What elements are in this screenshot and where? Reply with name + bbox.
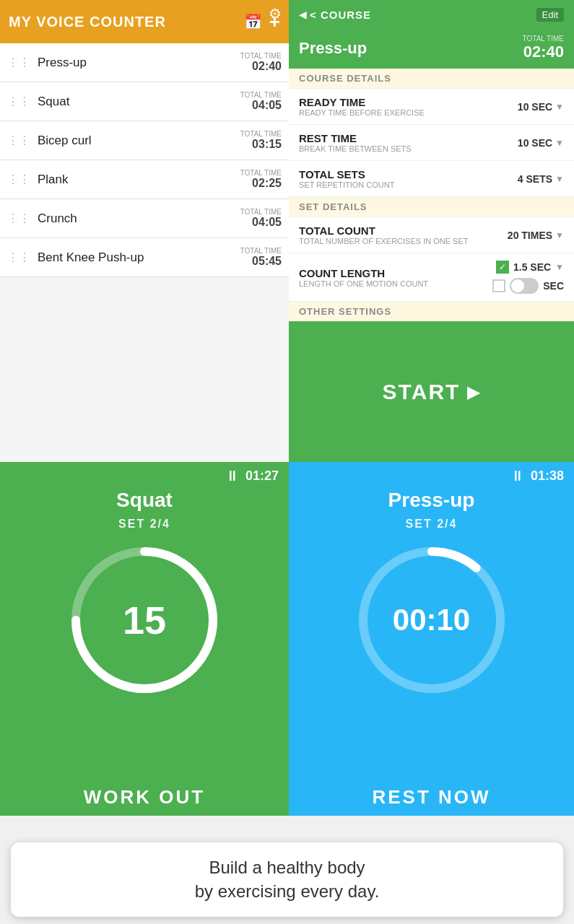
play-icon: ▶ [467, 382, 480, 402]
calendar-icon[interactable]: 📅 [244, 13, 262, 30]
right-exercise-name: Press-up [388, 489, 475, 512]
total-sets-subtitle: SET REPETITION COUNT [299, 180, 518, 189]
exercise-name: Crunch [38, 212, 240, 226]
exercise-name: Press-up [38, 56, 240, 70]
count-length-checkbox1[interactable]: ✓ [496, 261, 509, 274]
course-back-button[interactable]: ◀ < COURSE [299, 9, 371, 21]
drag-handle-icon: ⋮⋮ [7, 95, 30, 108]
exercise-total-label: TOTAL TIME [240, 247, 282, 255]
drag-handle-icon: ⋮⋮ [7, 173, 30, 186]
total-sets-chevron: ▼ [555, 174, 564, 184]
right-count-number: 00:10 [393, 603, 470, 637]
ready-time-row: READY TIME READY TIME BEFORE EXERCISE 10… [289, 89, 574, 125]
right-pause-button[interactable]: ⏸ [510, 468, 525, 484]
exercise-item[interactable]: ⋮⋮ Press-up TOTAL TIME 02:40 [0, 43, 289, 82]
rest-time-title: REST TIME [299, 132, 518, 144]
total-count-content: TOTAL COUNT TOTAL NUMBER OF EXERCISES IN… [299, 225, 508, 245]
start-button[interactable]: START ▶ [289, 321, 574, 462]
exercise-time: 02:25 [240, 177, 282, 190]
exercise-total-label: TOTAL TIME [240, 208, 282, 216]
exercise-time: 02:40 [240, 60, 282, 73]
total-sets-val-text: 4 SETS [518, 173, 552, 185]
exercise-item[interactable]: ⋮⋮ Bent Knee Push-up TOTAL TIME 05:45 [0, 238, 289, 277]
exercise-name: Bent Knee Push-up [38, 250, 240, 265]
ready-time-subtitle: READY TIME BEFORE EXERCISE [299, 108, 518, 117]
course-nav-header: ◀ < COURSE Edit [289, 0, 574, 29]
rest-time-value[interactable]: 10 SEC ▼ [518, 137, 564, 149]
exercise-detail-name: Press-up [299, 39, 367, 58]
total-count-row: TOTAL COUNT TOTAL NUMBER OF EXERCISES IN… [289, 217, 574, 253]
drag-handle-icon: ⋮⋮ [7, 56, 30, 69]
course-details-label: COURSE DETAILS [289, 69, 574, 89]
right-set-info: SET 2/4 [406, 518, 458, 531]
total-count-subtitle: TOTAL NUMBER OF EXERCISES IN ONE SET [299, 237, 508, 245]
left-countdown: 01:27 [245, 468, 279, 484]
total-count-value[interactable]: 20 TIMES ▼ [508, 230, 564, 241]
left-exercise-name: Squat [116, 489, 173, 512]
exercise-time-block: TOTAL TIME 02:25 [240, 169, 282, 190]
count-length-title: COUNT LENGTH [299, 267, 487, 279]
exercise-time: 05:45 [240, 255, 282, 268]
rest-time-content: REST TIME BREAK TIME BETWEEN SETS [299, 132, 518, 153]
left-panel: ⚙ MY VOICE COUNTER 📅 + ⋮⋮ Press-up TOTAL… [0, 0, 289, 462]
count-length-chevron1: ▼ [555, 262, 564, 272]
ready-time-content: READY TIME READY TIME BEFORE EXERCISE [299, 96, 518, 117]
total-sets-value[interactable]: 4 SETS ▼ [518, 173, 564, 185]
drag-handle-icon: ⋮⋮ [7, 134, 30, 147]
exercise-name: Squat [38, 95, 240, 109]
other-settings-label: OTHER SETTINGS [289, 302, 574, 321]
right-panel-top: ◀ < COURSE Edit Press-up TOTAL TIME 02:4… [289, 0, 574, 462]
left-set-info: SET 2/4 [118, 518, 170, 531]
left-timer-bar: ⏸ 01:27 [0, 462, 289, 486]
count-length-toggle[interactable] [510, 278, 539, 294]
count-length-val2: SEC [543, 280, 564, 292]
ready-time-value[interactable]: 10 SEC ▼ [518, 101, 564, 113]
exercise-item[interactable]: ⋮⋮ Crunch TOTAL TIME 04:05 [0, 199, 289, 238]
count-length-row: COUNT LENGTH LENGTH OF ONE MOTION COUNT … [289, 253, 574, 302]
start-button-label: START [383, 380, 461, 404]
course-edit-button[interactable]: Edit [536, 8, 564, 22]
right-countdown: 01:38 [531, 468, 564, 484]
rest-time-val-text: 10 SEC [518, 137, 552, 149]
exercise-item[interactable]: ⋮⋮ Squat TOTAL TIME 04:05 [0, 82, 289, 121]
exercise-name: Plank [38, 173, 240, 187]
drag-handle-icon: ⋮⋮ [7, 250, 30, 264]
left-workout-label: WORK OUT [84, 786, 205, 808]
rest-time-row: REST TIME BREAK TIME BETWEEN SETS 10 SEC… [289, 125, 574, 161]
exercise-detail-header: Press-up TOTAL TIME 02:40 [289, 29, 574, 69]
total-count-val-text: 20 TIMES [508, 230, 552, 241]
app-title: MY VOICE COUNTER [9, 14, 166, 30]
count-length-checkbox2[interactable] [492, 279, 505, 292]
count-length-row2: SEC [492, 278, 564, 294]
count-length-val1: 1.5 SEC [513, 261, 551, 273]
exercise-time: 04:05 [240, 99, 282, 112]
exercise-time: 03:15 [240, 138, 282, 151]
exercise-time-block: TOTAL TIME 04:05 [240, 208, 282, 229]
left-count-number: 15 [123, 598, 166, 642]
ready-time-title: READY TIME [299, 96, 518, 108]
rest-time-chevron: ▼ [555, 138, 564, 148]
exercise-item[interactable]: ⋮⋮ Plank TOTAL TIME 02:25 [0, 160, 289, 199]
drag-handle-icon: ⋮⋮ [7, 212, 30, 225]
back-arrow-icon: ◀ [299, 9, 307, 20]
app-header: ⚙ MY VOICE COUNTER 📅 + [0, 0, 289, 43]
exercise-total-label: TOTAL TIME [240, 130, 282, 138]
ready-time-val-text: 10 SEC [518, 101, 552, 113]
left-circle-timer: 15 [65, 541, 224, 699]
ready-time-chevron: ▼ [555, 102, 564, 112]
settings-icon[interactable]: ⚙ [269, 5, 282, 22]
exercise-total-label: TOTAL TIME [240, 52, 282, 60]
course-back-label: < COURSE [310, 9, 371, 21]
right-workout-label: REST NOW [372, 786, 490, 808]
right-circle-timer: 00:10 [352, 541, 511, 699]
exercise-total-label: TOTAL TIME [240, 169, 282, 177]
total-sets-content: TOTAL SETS SET REPETITION COUNT [299, 168, 518, 189]
exercise-time-block: TOTAL TIME 04:05 [240, 91, 282, 112]
right-timer-bar: ⏸ 01:38 [289, 462, 574, 486]
exercise-time-block: TOTAL TIME 05:45 [240, 247, 282, 268]
left-pause-button[interactable]: ⏸ [225, 468, 240, 484]
total-count-title: TOTAL COUNT [299, 225, 508, 237]
exercise-detail-total: TOTAL TIME 02:40 [523, 35, 564, 61]
exercise-item[interactable]: ⋮⋮ Bicep curl TOTAL TIME 03:15 [0, 121, 289, 160]
exercise-time-block: TOTAL TIME 03:15 [240, 130, 282, 151]
